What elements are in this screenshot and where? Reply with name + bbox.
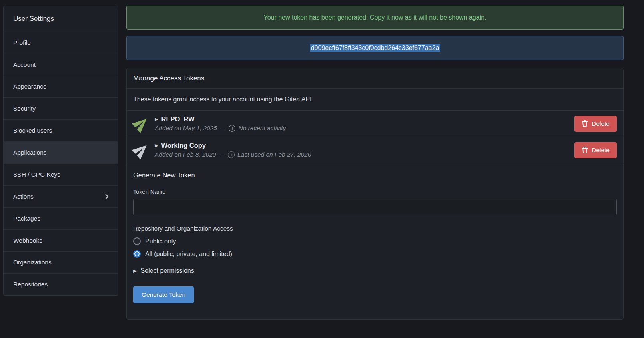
send-icon bbox=[130, 112, 152, 135]
token-info: ▶ REPO_RW Added on May 1, 2025 — i No re… bbox=[155, 115, 574, 132]
manage-tokens-panel: Manage Access Tokens These tokens grant … bbox=[126, 68, 624, 320]
sidebar-item-applications[interactable]: Applications bbox=[4, 141, 118, 163]
delete-button-label: Delete bbox=[592, 147, 610, 154]
sidebar-item-organizations[interactable]: Organizations bbox=[4, 251, 118, 273]
sidebar-item-label: Profile bbox=[13, 39, 31, 46]
token-added-date: Added on May 1, 2025 bbox=[155, 125, 217, 132]
access-section-label: Repository and Organization Access bbox=[133, 225, 617, 232]
token-name-input[interactable] bbox=[133, 199, 617, 215]
sidebar-item-label: Blocked users bbox=[13, 127, 52, 134]
sidebar-item-label: SSH / GPG Keys bbox=[13, 171, 60, 178]
delete-button-label: Delete bbox=[592, 120, 610, 127]
token-meta: Added on Feb 8, 2020 — i Last used on Fe… bbox=[155, 151, 574, 158]
sidebar-item-actions[interactable]: Actions bbox=[4, 185, 118, 207]
sidebar-item-label: Appearance bbox=[13, 83, 47, 90]
sidebar-item-label: Actions bbox=[13, 193, 34, 200]
meta-dash: — bbox=[220, 125, 226, 132]
delete-token-button[interactable]: Delete bbox=[574, 116, 617, 132]
radio-dot bbox=[134, 251, 140, 256]
sidebar-item-label: Repositories bbox=[13, 281, 48, 288]
radio-all[interactable] bbox=[133, 250, 141, 258]
sidebar-item-appearance[interactable]: Appearance bbox=[4, 76, 118, 97]
token-info: ▶ Working Copy Added on Feb 8, 2020 — i … bbox=[155, 142, 574, 158]
sidebar-item-account[interactable]: Account bbox=[4, 54, 118, 76]
sidebar-item-label: Account bbox=[13, 61, 36, 68]
sidebar-item-label: Applications bbox=[13, 149, 47, 156]
sidebar-item-ssh-gpg-keys[interactable]: SSH / GPG Keys bbox=[4, 163, 118, 185]
info-icon: i bbox=[228, 151, 235, 158]
panel-intro-text: These tokens grant access to your accoun… bbox=[127, 89, 623, 111]
new-token-box[interactable]: d909ecff67f8ff343c0f0cdbd264c33ef677aa2a bbox=[126, 36, 624, 60]
token-name: REPO_RW bbox=[161, 115, 194, 123]
trash-icon bbox=[582, 120, 588, 127]
sidebar-item-profile[interactable]: Profile bbox=[4, 32, 118, 54]
token-row: ▶ REPO_RW Added on May 1, 2025 — i No re… bbox=[127, 111, 623, 137]
sidebar-item-label: Organizations bbox=[13, 259, 52, 266]
token-activity: No recent activity bbox=[238, 125, 286, 132]
caret-right-icon: ▶ bbox=[155, 117, 158, 122]
info-icon: i bbox=[229, 125, 235, 132]
chevron-right-icon bbox=[104, 193, 110, 200]
radio-public-only[interactable] bbox=[133, 237, 141, 245]
caret-right-icon: ▶ bbox=[133, 268, 136, 274]
sidebar-item-webhooks[interactable]: Webhooks bbox=[4, 229, 118, 251]
token-name-line[interactable]: ▶ Working Copy bbox=[155, 142, 574, 149]
generate-token-form: Generate New Token Token Name Repository… bbox=[127, 163, 623, 319]
radio-label: All (public, private, and limited) bbox=[145, 251, 232, 258]
select-permissions-toggle[interactable]: ▶ Select permissions bbox=[133, 267, 617, 274]
panel-title: Manage Access Tokens bbox=[127, 68, 623, 89]
sidebar-item-label: Webhooks bbox=[13, 237, 42, 244]
select-permissions-label: Select permissions bbox=[140, 267, 194, 274]
meta-dash: — bbox=[219, 151, 225, 158]
sidebar-item-label: Packages bbox=[13, 215, 40, 222]
radio-label: Public only bbox=[145, 238, 176, 245]
sidebar-item-repositories[interactable]: Repositories bbox=[4, 273, 118, 295]
sidebar-title: User Settings bbox=[4, 6, 118, 32]
sidebar-item-security[interactable]: Security bbox=[4, 97, 118, 119]
main-content: Your new token has been generated. Copy … bbox=[126, 6, 624, 338]
caret-right-icon: ▶ bbox=[155, 143, 158, 148]
token-meta: Added on May 1, 2025 — i No recent activ… bbox=[155, 125, 574, 132]
send-icon bbox=[130, 139, 152, 161]
generate-token-button[interactable]: Generate Token bbox=[133, 286, 194, 303]
token-name: Working Copy bbox=[161, 142, 206, 149]
success-alert: Your new token has been generated. Copy … bbox=[126, 6, 624, 30]
radio-option-public-only[interactable]: Public only bbox=[133, 237, 617, 245]
success-alert-message: Your new token has been generated. Copy … bbox=[263, 14, 486, 21]
token-activity: Last used on Feb 27, 2020 bbox=[237, 151, 311, 158]
token-name-label: Token Name bbox=[133, 189, 617, 195]
delete-token-button[interactable]: Delete bbox=[574, 142, 617, 158]
token-added-date: Added on Feb 8, 2020 bbox=[155, 151, 216, 158]
settings-sidebar: User Settings Profile Account Appearance… bbox=[3, 6, 118, 296]
sidebar-item-packages[interactable]: Packages bbox=[4, 207, 118, 229]
radio-option-all[interactable]: All (public, private, and limited) bbox=[133, 250, 617, 258]
form-title: Generate New Token bbox=[133, 171, 617, 179]
sidebar-item-label: Security bbox=[13, 105, 36, 112]
token-row: ▶ Working Copy Added on Feb 8, 2020 — i … bbox=[127, 137, 623, 163]
sidebar-item-blocked-users[interactable]: Blocked users bbox=[4, 119, 118, 141]
token-name-line[interactable]: ▶ REPO_RW bbox=[155, 115, 574, 123]
new-token-value[interactable]: d909ecff67f8ff343c0f0cdbd264c33ef677aa2a bbox=[310, 44, 441, 52]
trash-icon bbox=[582, 147, 588, 153]
